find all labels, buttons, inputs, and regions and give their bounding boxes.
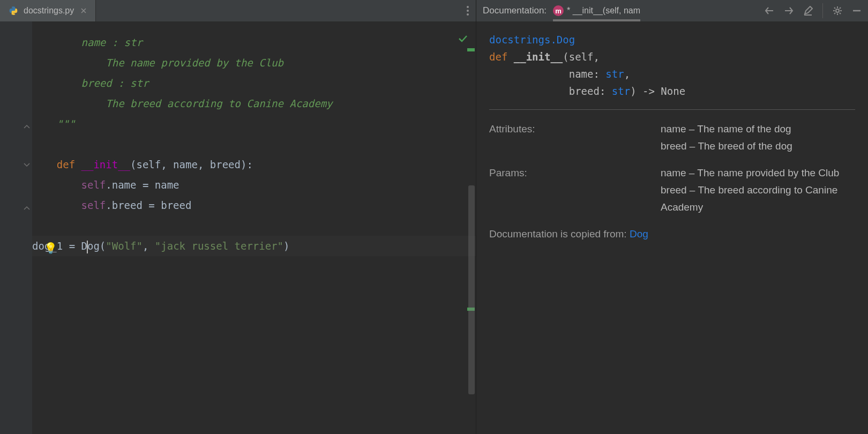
params-value: name – The name provided by the Club bre…: [661, 164, 855, 216]
documentation-pane: Documentation: m * __init__(self, nam do…: [476, 0, 868, 434]
params-label: Params:: [489, 164, 661, 216]
edit-icon[interactable]: [803, 6, 813, 16]
attributes-value: name – The name of the dog breed – The b…: [661, 121, 855, 155]
documentation-header: Documentation: m * __init__(self, nam: [476, 0, 868, 21]
svg-point-1: [467, 10, 469, 12]
python-file-icon: [9, 6, 18, 16]
documentation-title: Documentation:: [483, 5, 547, 16]
fold-icon[interactable]: [24, 162, 30, 168]
doc-qualified-link[interactable]: docstrings.Dog: [489, 34, 575, 46]
close-icon[interactable]: [79, 6, 88, 15]
svg-point-0: [467, 6, 469, 8]
code-text: def: [57, 159, 81, 170]
code-text: """: [32, 118, 75, 130]
intention-bulb-icon[interactable]: 💡: [44, 238, 57, 258]
doc-signature: docstrings.Dog def __init__(self, name: …: [489, 31, 855, 100]
editor-pane: docstrings.py: [0, 0, 476, 434]
gear-icon[interactable]: [833, 6, 842, 16]
editor-gutter[interactable]: [0, 21, 32, 434]
fold-icon[interactable]: [24, 121, 30, 128]
code-caret-line[interactable]: dog_1 = Dog("Wolf", "jack russel terrier…: [32, 236, 476, 256]
code-text: .breed = breed: [106, 199, 191, 211]
editor-tab-bar: docstrings.py: [0, 0, 476, 21]
editor-tab-label: docstrings.py: [24, 6, 74, 16]
doc-copied-from: Documentation is copied from: Dog: [489, 226, 855, 243]
code-text: "Wolf": [106, 240, 143, 252]
code-text: "jack russel terrier": [155, 240, 283, 252]
divider: [489, 109, 855, 110]
back-icon[interactable]: [765, 6, 774, 16]
attributes-label: Attributes:: [489, 121, 661, 155]
code-text: ,: [143, 240, 155, 252]
more-icon[interactable]: [466, 5, 469, 16]
documentation-tab[interactable]: m * __init__(self, nam: [553, 0, 640, 21]
documentation-content: docstrings.Dog def __init__(self, name: …: [476, 21, 868, 434]
code-text: self: [81, 179, 106, 191]
fold-icon[interactable]: [24, 203, 30, 209]
code-text: name : str: [32, 36, 143, 48]
code-text: (: [100, 240, 106, 252]
method-badge-icon: m: [553, 5, 564, 16]
inspection-ok-icon[interactable]: [458, 30, 468, 50]
code-area[interactable]: name : str The name provided by the Club…: [32, 21, 476, 434]
code-text: self: [81, 199, 106, 211]
doc-properties: Attributes: name – The name of the dog b…: [489, 121, 855, 216]
svg-point-3: [836, 9, 839, 12]
doc-copied-link[interactable]: Dog: [630, 228, 648, 240]
code-text: .name = name: [106, 179, 179, 191]
separator: [822, 3, 823, 18]
scrollbar-thumb[interactable]: [468, 185, 475, 394]
editor-scrollbar[interactable]: [468, 21, 476, 434]
svg-point-2: [467, 13, 469, 16]
code-text: The name provided by the Club: [32, 57, 283, 69]
code-text: The breed according to Canine Academy: [32, 98, 333, 109]
code-text: ): [283, 240, 289, 252]
code-text: (self, name, breed):: [130, 159, 253, 170]
editor-body: name : str The name provided by the Club…: [0, 21, 476, 434]
forward-icon[interactable]: [784, 6, 794, 16]
code-text: __init__: [81, 159, 131, 170]
documentation-tab-label: * __init__(self, nam: [567, 6, 640, 16]
documentation-toolbar: [765, 3, 862, 18]
editor-tab[interactable]: docstrings.py: [0, 0, 96, 21]
minimize-icon[interactable]: [852, 6, 862, 16]
code-text: breed : str: [32, 77, 148, 89]
